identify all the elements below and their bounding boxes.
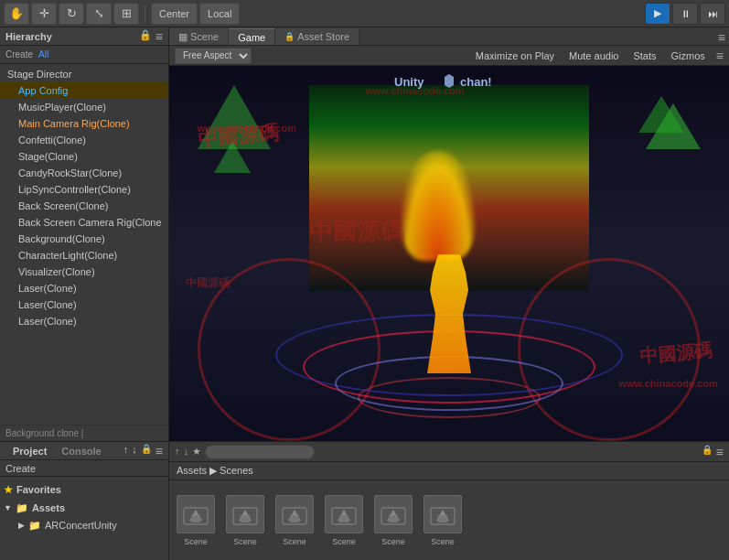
hierarchy-item-visualizer[interactable]: Visualizer(Clone) (0, 264, 168, 280)
hierarchy-item-backscreen[interactable]: Back Screen(Clone) (0, 198, 168, 214)
aspect-select[interactable]: Free Aspect 16:9 4:3 (175, 48, 252, 64)
asset-thumb-1 (177, 495, 215, 533)
viewport-area: ▦ Scene Game 🔒 Asset Store ≡ Free Aspect… (169, 27, 729, 441)
maximize-on-play-btn[interactable]: Maximize on Play (472, 49, 558, 62)
lock-icon[interactable]: 🔒 (702, 445, 713, 459)
hierarchy-item-backscreen-camera[interactable]: Back Screen Camera Rig(Clone (0, 214, 168, 231)
gizmos-btn[interactable]: Gizmos (668, 49, 709, 62)
asset-label-3: Scene (283, 537, 306, 546)
project-tree: ★ Favorites ▼ 📁 Assets ▶ 📁 ARConcertUnit… (0, 477, 168, 560)
arrow-icon: ▶ (18, 521, 25, 530)
project-create-btn[interactable]: Create (5, 463, 36, 474)
transform-tools: ✋ ✛ ↻ ⤡ ⊞ (4, 3, 139, 25)
asset-thumb-4 (325, 495, 363, 533)
asset-item-6[interactable]: Scene (423, 495, 462, 546)
ar-concert-item[interactable]: ▶ 📁 ARConcertUnity (0, 517, 168, 533)
bottom-tabs: Project Console (5, 446, 109, 457)
all-btn[interactable]: All (38, 49, 48, 59)
upload-icon[interactable]: ↑ (123, 444, 129, 458)
assets-toolbar: ↑ ↓ ★ 🔒 ≡ (169, 442, 729, 462)
scene-background: Unity chan! 中國源碼 www.chinacode.com 中國源碼 … (169, 66, 729, 441)
asset-item-2[interactable]: Scene (226, 495, 264, 546)
item-label: CandyRockStar(Clone) (18, 167, 122, 178)
hierarchy-item-laser2[interactable]: Laser(Clone) (0, 296, 168, 313)
project-tab[interactable]: Project (5, 446, 54, 457)
hierarchy-sub-header: Create All (0, 46, 168, 64)
hierarchy-header-icons: 🔒 ≡ (139, 29, 163, 44)
hierarchy-item-main-camera[interactable]: Main Camera Rig(Clone) (0, 115, 168, 132)
svg-rect-5 (191, 515, 200, 522)
breadcrumb-text: Assets ▶ Scenes (177, 465, 253, 477)
play-controls: ▶ ⏸ ⏭ (645, 3, 725, 25)
unity-logo: Unity chan! (394, 73, 504, 92)
asset-item-1[interactable]: Scene (177, 495, 215, 546)
move-tool-btn[interactable]: ✛ (31, 3, 57, 25)
step-btn[interactable]: ⏭ (700, 3, 725, 25)
assets-content: Scene Scene (169, 480, 729, 560)
assets-label: Assets (32, 502, 65, 513)
mute-audio-btn[interactable]: Mute audio (565, 49, 622, 62)
item-label: Laser(Clone) (18, 316, 77, 327)
upload-icon[interactable]: ↑ (175, 446, 180, 458)
favorites-header[interactable]: ★ Favorites (0, 480, 168, 499)
fire-effect (402, 151, 475, 261)
hierarchy-item-confetti[interactable]: Confetti(Clone) (0, 132, 168, 148)
hierarchy-item-stage-director[interactable]: Stage Director (0, 66, 168, 82)
asset-item-5[interactable]: Scene (374, 495, 413, 546)
hierarchy-item-candyrockstar[interactable]: CandyRockStar(Clone) (0, 165, 168, 181)
game-viewport: Unity chan! 中國源碼 www.chinacode.com 中國源碼 … (169, 66, 729, 441)
play-btn[interactable]: ▶ (645, 3, 670, 25)
project-menu-icon[interactable]: ≡ (155, 444, 163, 458)
hierarchy-item-stage[interactable]: Stage(Clone) (0, 148, 168, 165)
center-btn[interactable]: Center (151, 3, 198, 25)
lock-icon[interactable]: 🔒 (139, 29, 152, 44)
hierarchy-item-laser1[interactable]: Laser(Clone) (0, 280, 168, 296)
game-toolbar-right: Maximize on Play Mute audio Stats Gizmos… (472, 48, 724, 63)
pause-btn[interactable]: ⏸ (672, 3, 698, 25)
hand-tool-btn[interactable]: ✋ (4, 3, 29, 25)
star-icon[interactable]: ★ (192, 446, 201, 458)
download-icon[interactable]: ↓ (132, 444, 137, 458)
asset-store-tab-label: Asset Store (297, 31, 349, 42)
scene-tab[interactable]: ▦ Scene (169, 28, 229, 45)
hierarchy-item-lipsync[interactable]: LipSyncController(Clone) (0, 181, 168, 198)
create-btn[interactable]: Create (5, 49, 33, 59)
item-label: Back Screen Camera Rig(Clone (18, 217, 162, 228)
rect-tool-btn[interactable]: ⊞ (113, 3, 139, 25)
tab-bar-icons: ≡ (718, 30, 729, 45)
item-label: Main Camera Rig(Clone) (18, 118, 130, 129)
project-panel: Project Console ↑ ↓ 🔒 ≡ Create ★ Favorit… (0, 442, 169, 560)
neon-ring-red (358, 377, 541, 418)
game-toolbar-menu-icon[interactable]: ≡ (716, 48, 724, 63)
scale-tool-btn[interactable]: ⤡ (86, 3, 112, 25)
local-btn[interactable]: Local (199, 3, 240, 25)
hierarchy-item-background[interactable]: Background(Clone) (0, 231, 168, 247)
item-label: Back Screen(Clone) (18, 200, 108, 211)
item-label: Stage(Clone) (18, 151, 78, 162)
asset-store-tab[interactable]: 🔒 Asset Store (275, 28, 359, 45)
hierarchy-item-laser3[interactable]: Laser(Clone) (0, 313, 168, 329)
item-label: Confetti(Clone) (18, 135, 86, 145)
console-tab[interactable]: Console (54, 446, 108, 457)
hierarchy-item-musicplayer[interactable]: MusicPlayer(Clone) (0, 99, 168, 115)
rotate-tool-btn[interactable]: ↻ (59, 3, 84, 25)
assets-search-input[interactable] (205, 445, 315, 459)
lock-icon: 🔒 (284, 32, 295, 41)
asset-item-4[interactable]: Scene (325, 495, 363, 546)
project-panel-header: Project Console ↑ ↓ 🔒 ≡ (0, 442, 168, 460)
item-label: Laser(Clone) (18, 283, 77, 294)
download-icon[interactable]: ↓ (184, 446, 189, 458)
hierarchy-item-app-config[interactable]: App Config (0, 82, 168, 99)
asset-item-3[interactable]: Scene (275, 495, 314, 546)
assets-header[interactable]: ▼ 📁 Assets (0, 499, 168, 517)
local-label: Local (208, 8, 231, 19)
stats-btn[interactable]: Stats (629, 49, 659, 62)
tab-menu-icon[interactable]: ≡ (718, 30, 725, 45)
assets-menu-icon[interactable]: ≡ (716, 445, 724, 459)
folder-icon: 📁 (28, 520, 41, 532)
hierarchy-menu-icon[interactable]: ≡ (155, 29, 163, 44)
hierarchy-item-characterlight[interactable]: CharacterLight(Clone) (0, 247, 168, 264)
game-tab[interactable]: Game (229, 28, 275, 45)
lock-icon[interactable]: 🔒 (141, 444, 152, 458)
svg-rect-20 (438, 515, 447, 522)
